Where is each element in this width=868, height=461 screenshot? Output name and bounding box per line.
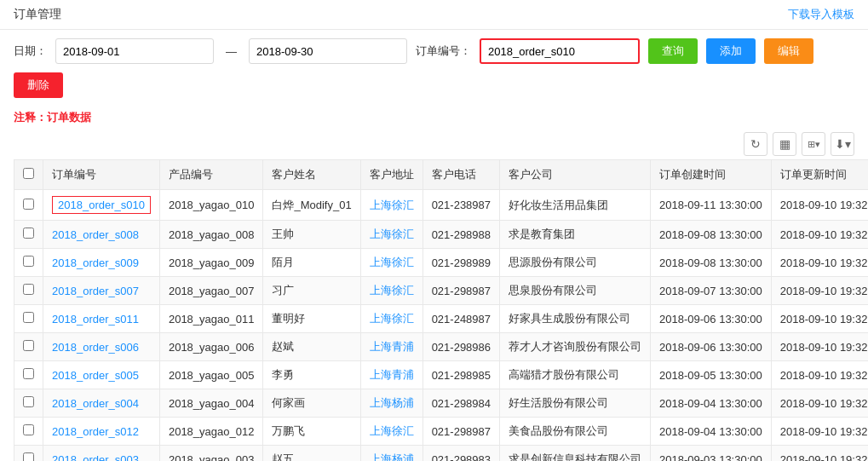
row-checkbox[interactable] xyxy=(23,340,34,351)
download-template-link[interactable]: 下载导入模板 xyxy=(788,7,854,22)
cell-address: 上海杨浦 xyxy=(360,389,423,418)
cell-created: 2018-09-06 13:30:00 xyxy=(651,333,772,361)
toolbar: 日期： — 订单编号： 查询 添加 编辑 删除 xyxy=(0,30,868,107)
query-button[interactable]: 查询 xyxy=(648,38,698,64)
table-row: 2018_order_s0082018_yagao_008王帅上海徐汇021-2… xyxy=(14,221,869,249)
table-row: 2018_order_s0122018_yagao_012万鹏飞上海徐汇021-… xyxy=(14,418,869,446)
row-checkbox[interactable] xyxy=(23,396,34,407)
table-row: 2018_order_s0072018_yagao_007习广上海徐汇021-2… xyxy=(14,277,869,305)
select-all-checkbox[interactable] xyxy=(23,168,34,179)
refresh-button[interactable]: ↻ xyxy=(744,132,767,156)
cell-created: 2018-09-05 13:30:00 xyxy=(651,361,772,389)
cell-company: 好化妆生活用品集团 xyxy=(500,190,651,221)
cell-phone: 021-248987 xyxy=(423,305,499,333)
cell-phone: 021-298983 xyxy=(423,446,499,462)
table-row: 2018_order_s0062018_yagao_006赵斌上海青浦021-2… xyxy=(14,333,869,361)
date-label: 日期： xyxy=(14,43,47,59)
cell-created: 2018-09-06 13:30:00 xyxy=(651,305,772,333)
table-row: 2018_order_s0052018_yagao_005李勇上海青浦021-2… xyxy=(14,361,869,389)
refresh-icon: ↻ xyxy=(750,137,761,151)
cell-phone: 021-298987 xyxy=(423,277,499,305)
cell-customer: 赵斌 xyxy=(263,333,360,361)
cell-company: 求是创新信息科技有限公司 xyxy=(500,446,651,462)
delete-button[interactable]: 删除 xyxy=(14,72,63,98)
row-checkbox[interactable] xyxy=(23,256,34,267)
add-button[interactable]: 添加 xyxy=(706,38,756,64)
date-to-input[interactable] xyxy=(249,38,407,64)
cell-product_id: 2018_yagao_012 xyxy=(159,418,263,446)
cell-phone: 021-298989 xyxy=(423,249,499,277)
cell-address: 上海青浦 xyxy=(360,361,423,389)
cell-address: 上海徐汇 xyxy=(360,190,423,221)
row-checkbox[interactable] xyxy=(23,199,34,210)
cell-order-id: 2018_order_s010 xyxy=(43,190,160,221)
cell-phone: 021-238987 xyxy=(423,190,499,221)
cell-address: 上海徐汇 xyxy=(360,249,423,277)
date-from-input[interactable] xyxy=(55,38,214,64)
grid-view-button[interactable]: ▦ xyxy=(773,132,796,156)
cell-order-id: 2018_order_s004 xyxy=(43,389,160,418)
export-button[interactable]: ⬇▾ xyxy=(831,132,854,156)
edit-button[interactable]: 编辑 xyxy=(764,38,813,64)
col-customer-company: 客户公司 xyxy=(500,160,651,190)
cell-updated: 2018-09-10 19:32:05 xyxy=(771,249,868,277)
cell-order-id: 2018_order_s009 xyxy=(43,249,160,277)
row-checkbox[interactable] xyxy=(23,368,34,379)
columns-button[interactable]: ⊞▾ xyxy=(802,132,825,156)
cell-updated: 2018-09-10 19:32:05 xyxy=(771,221,868,249)
note-prefix: 注释： xyxy=(14,111,47,124)
cell-product_id: 2018_yagao_005 xyxy=(159,361,263,389)
row-checkbox[interactable] xyxy=(23,228,34,239)
cell-updated: 2018-09-10 19:32:05 xyxy=(771,190,868,221)
order-id-input[interactable] xyxy=(480,38,640,64)
cell-updated: 2018-09-10 19:32:05 xyxy=(771,446,868,462)
col-customer-address: 客户地址 xyxy=(360,160,423,190)
cell-updated: 2018-09-10 19:32:05 xyxy=(771,389,868,418)
page-title: 订单管理 xyxy=(14,7,61,22)
cell-created: 2018-09-11 13:30:00 xyxy=(651,190,772,221)
cell-customer: 何家画 xyxy=(263,389,360,418)
cell-customer: 赵五 xyxy=(263,446,360,462)
cell-product_id: 2018_yagao_007 xyxy=(159,277,263,305)
cell-company: 思源股份有限公司 xyxy=(500,249,651,277)
cell-phone: 021-298986 xyxy=(423,333,499,361)
cell-product_id: 2018_yagao_010 xyxy=(159,190,263,221)
cell-customer: 李勇 xyxy=(263,361,360,389)
cell-updated: 2018-09-10 19:32:05 xyxy=(771,277,868,305)
cell-company: 荐才人才咨询股份有限公司 xyxy=(500,333,651,361)
grid-icon: ▦ xyxy=(779,137,790,151)
cell-product_id: 2018_yagao_003 xyxy=(159,446,263,462)
cell-updated: 2018-09-10 19:32:05 xyxy=(771,361,868,389)
col-product-id: 产品编号 xyxy=(159,160,263,190)
order-id-label: 订单编号： xyxy=(416,43,471,59)
cell-customer: 白烨_Modify_01 xyxy=(263,190,360,221)
row-checkbox[interactable] xyxy=(23,284,34,295)
cell-company: 美食品股份有限公司 xyxy=(500,418,651,446)
cell-created: 2018-09-04 13:30:00 xyxy=(651,418,772,446)
table-row: 2018_order_s0042018_yagao_004何家画上海杨浦021-… xyxy=(14,389,869,418)
cell-address: 上海徐汇 xyxy=(360,305,423,333)
row-checkbox[interactable] xyxy=(23,312,34,323)
note-bar: 注释：订单数据 xyxy=(0,107,868,129)
cell-phone: 021-298984 xyxy=(423,389,499,418)
cell-order-id: 2018_order_s011 xyxy=(43,305,160,333)
cell-phone: 021-298987 xyxy=(423,418,499,446)
row-checkbox[interactable] xyxy=(23,452,34,461)
col-customer-phone: 客户电话 xyxy=(423,160,499,190)
table-row: 2018_order_s0102018_yagao_010白烨_Modify_0… xyxy=(14,190,869,221)
cell-product_id: 2018_yagao_009 xyxy=(159,249,263,277)
table-toolbar: ↻ ▦ ⊞▾ ⬇▾ xyxy=(0,129,868,159)
cell-updated: 2018-09-10 19:32:05 xyxy=(771,333,868,361)
cell-phone: 021-298988 xyxy=(423,221,499,249)
cell-customer: 董明好 xyxy=(263,305,360,333)
header-checkbox-cell xyxy=(14,160,43,190)
col-order-id: 订单编号 xyxy=(43,160,160,190)
order-id-highlighted[interactable]: 2018_order_s010 xyxy=(52,196,151,214)
row-checkbox[interactable] xyxy=(23,424,34,435)
cell-company: 好生活股份有限公司 xyxy=(500,389,651,418)
cell-order-id: 2018_order_s012 xyxy=(43,418,160,446)
cell-product_id: 2018_yagao_004 xyxy=(159,389,263,418)
cell-order-id: 2018_order_s007 xyxy=(43,277,160,305)
note-text: 订单数据 xyxy=(47,111,91,124)
page-header: 订单管理 下载导入模板 xyxy=(0,0,868,30)
